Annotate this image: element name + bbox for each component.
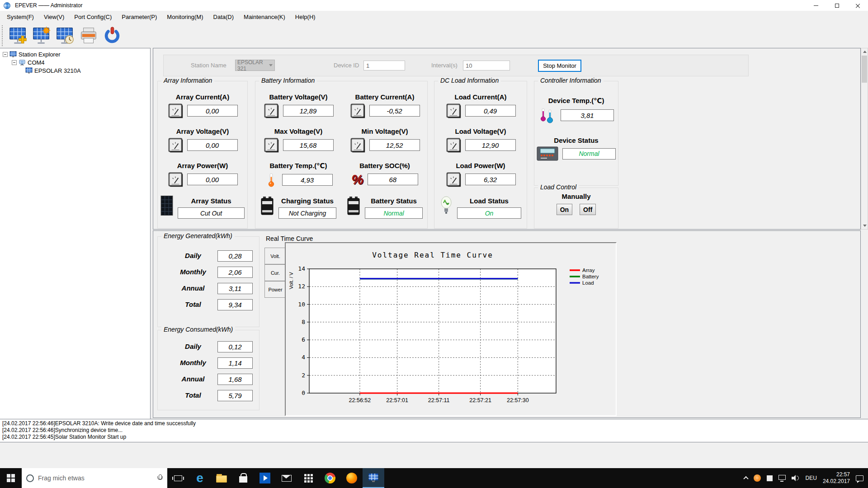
metric-battery-voltage: Battery Voltage(V) 12,89 [255, 93, 341, 118]
firefox-button[interactable] [341, 468, 363, 488]
tray-expand-icon[interactable] [743, 476, 748, 481]
tab-volt[interactable]: Volt. [264, 248, 286, 264]
menu-port-config[interactable]: Port Config(C) [69, 12, 117, 22]
solar-monitor-app-button[interactable] [363, 468, 384, 488]
films-tv-button[interactable] [254, 468, 276, 488]
menu-monitoring[interactable]: Monitoring(M) [162, 12, 208, 22]
chevron-down-icon [269, 64, 273, 66]
station-schedule-button[interactable] [53, 24, 77, 47]
menu-help[interactable]: Help(H) [290, 12, 321, 22]
solar-panel-icon [160, 195, 173, 216]
load-status-block: Load Status On [434, 195, 527, 219]
task-view-button[interactable] [167, 468, 189, 488]
minimize-button[interactable] [806, 0, 826, 11]
speaker-icon[interactable] [792, 474, 800, 482]
taskbar-search[interactable]: Frag mich etwas [22, 468, 167, 488]
metric-device-temp: Device Temp.(℃) 3,81 [534, 97, 618, 123]
maximize-button[interactable] [826, 0, 847, 11]
svg-text:Voltage Real Time Curve: Voltage Real Time Curve [372, 251, 493, 259]
status-label: Battery Status [371, 197, 417, 205]
energy-value: 9,34 [217, 299, 253, 310]
array-status-value: Cut Out [178, 207, 245, 219]
svg-text:10: 10 [298, 301, 305, 308]
exit-button[interactable] [100, 24, 124, 47]
gauge-icon [350, 103, 365, 118]
svg-text:6: 6 [302, 336, 305, 343]
station-name-value: EPSOLAR 321 [237, 59, 269, 72]
controller-icon [537, 146, 558, 161]
app-tray-icon[interactable] [767, 475, 773, 481]
language-indicator[interactable]: DEU [806, 475, 817, 481]
store-button[interactable] [232, 468, 254, 488]
com-port-icon [19, 59, 26, 66]
tree-com-label[interactable]: COM4 [28, 59, 45, 66]
edge-button[interactable]: e [189, 468, 211, 488]
stop-monitor-button[interactable]: Stop Monitor [538, 60, 581, 72]
menu-maintenance[interactable]: Maintenance(K) [239, 12, 290, 22]
print-button[interactable] [77, 24, 100, 47]
load-on-button[interactable]: On [557, 204, 572, 215]
tree-node-device[interactable]: EPSOLAR 3210A [0, 66, 150, 75]
add-station-button[interactable] [6, 24, 30, 47]
station-name-label: Station Name [191, 62, 226, 69]
microphone-icon[interactable] [157, 474, 163, 482]
file-explorer-button[interactable] [211, 468, 232, 488]
voltage-real-time-chart: Voltage Real Time CurveVolt. / V02468101… [287, 244, 615, 414]
collapse-icon[interactable] [3, 52, 8, 57]
mail-button[interactable] [276, 468, 297, 488]
device-id-label: Device ID [334, 62, 359, 69]
interval-field[interactable]: 10 [463, 61, 510, 70]
energy-curve-panel: Energy Generated(kWh) Daily 0,28 Monthly… [153, 230, 861, 418]
tree-node-com4[interactable]: COM4 [0, 58, 150, 66]
tree-root-label[interactable]: Station Explorer [19, 51, 61, 58]
metric-load-power: Load Power(W) 6,32 [434, 162, 527, 187]
tree-device-label[interactable]: EPSOLAR 3210A [34, 67, 81, 74]
metric-min-voltage: Min Voltage(V) 12,52 [341, 127, 428, 153]
play-icon [259, 473, 270, 483]
collapse-icon[interactable] [12, 60, 17, 65]
menu-data[interactable]: Data(D) [208, 12, 239, 22]
device-id-field[interactable]: 1 [363, 61, 405, 70]
charging-status-value: Not Charging [278, 207, 336, 219]
svg-text:22:56:52: 22:56:52 [349, 397, 371, 404]
close-button[interactable] [847, 0, 868, 11]
scroll-down-icon[interactable] [863, 225, 867, 227]
device-status-value: Normal [562, 148, 616, 160]
scrollbar-thumb[interactable] [862, 56, 867, 83]
network-icon[interactable] [778, 475, 786, 480]
metric-label: Load Current(A) [434, 93, 527, 101]
energy-value: 1,68 [217, 374, 253, 385]
all-apps-button[interactable] [297, 468, 319, 488]
controller-information-group: Controller Information Device Temp.(℃) 3… [534, 81, 618, 186]
vertical-scrollbar[interactable] [861, 48, 868, 230]
tab-cur[interactable]: Cur. [264, 264, 286, 281]
menu-bar: System(F) View(V) Port Config(C) Paramet… [0, 11, 868, 23]
system-tray: DEU 22:57 24.02.2017 [744, 468, 868, 488]
svg-text:22:57:11: 22:57:11 [428, 397, 450, 404]
tab-power[interactable]: Power [264, 281, 286, 298]
station-sun-icon [32, 26, 51, 45]
scroll-up-icon[interactable] [863, 51, 867, 53]
menu-view[interactable]: View(V) [39, 12, 69, 22]
action-center-icon[interactable] [856, 475, 863, 481]
antivirus-tray-icon[interactable] [754, 474, 761, 482]
load-off-button[interactable]: Off [580, 204, 596, 215]
station-name-select[interactable]: EPSOLAR 321 [235, 60, 275, 71]
maximize-icon [835, 4, 839, 8]
chrome-button[interactable] [319, 468, 341, 488]
energy-value: 3,11 [217, 283, 253, 294]
gauge-icon [168, 137, 183, 153]
energy-label: Annual [171, 284, 215, 292]
start-button[interactable] [0, 468, 22, 488]
metric-load-voltage: Load Voltage(V) 12,90 [434, 127, 527, 153]
menu-parameter[interactable]: Parameter(P) [117, 12, 162, 22]
taskbar-clock[interactable]: 22:57 24.02.2017 [823, 471, 850, 485]
array-information-group: Array Information Array Current(A) 0,00 … [157, 81, 248, 229]
menu-system[interactable]: System(F) [2, 12, 39, 22]
tree-node-station-explorer[interactable]: Station Explorer [0, 50, 150, 58]
chart-panel: Voltage Real Time CurveVolt. / V02468101… [285, 242, 617, 416]
battery-icon [260, 195, 274, 216]
metric-value: 0,00 [187, 174, 238, 185]
station-monitor-button[interactable] [30, 24, 53, 47]
metric-battery-current: Battery Current(A) -0,52 [341, 93, 428, 118]
